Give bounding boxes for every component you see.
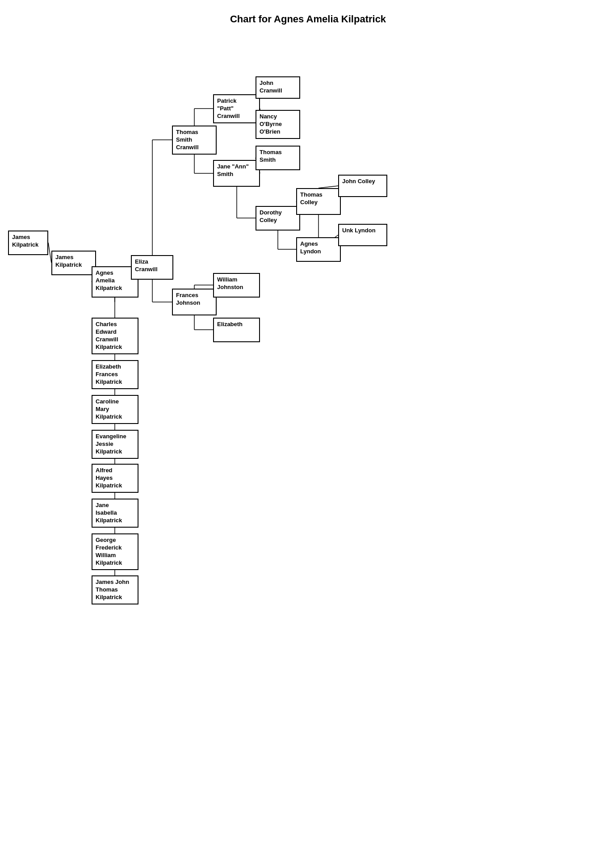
person-box-evangeline_jessie: EvangelineJessieKilpatrick [92, 430, 138, 459]
chart-container: JamesKilpatrickJamesKilpatrickAgnesAmeli… [0, 34, 616, 856]
person-box-charles_edward: CharlesEdwardCranwillKilpatrick [92, 318, 138, 354]
person-box-john_colley: John Colley [338, 175, 387, 197]
person-box-jane_isabella: JaneIsabellaKilpatrick [92, 499, 138, 528]
person-box-george_frederick: GeorgeFrederickWilliamKilpatrick [92, 533, 138, 570]
person-box-elizabeth_frances: ElizabethFrancesKilpatrick [92, 360, 138, 389]
person-box-patrick_cranwill: Patrick"Patt"Cranwill [213, 94, 260, 123]
person-box-elizabeth: Elizabeth [213, 318, 260, 342]
svg-line-0 [48, 243, 51, 263]
person-box-thomas_smith_cranwill: ThomasSmithCranwill [172, 126, 217, 155]
person-box-frances_johnson: FrancesJohnson [172, 289, 217, 315]
person-box-john_cranwill: JohnCranwill [256, 76, 300, 99]
person-box-jane_ann_smith: Jane "Ann"Smith [213, 160, 260, 187]
person-box-agnes_lyndon: AgnesLyndon [296, 237, 341, 262]
person-box-nancy_obyrne: NancyO'ByrneO'Brien [256, 110, 300, 139]
person-box-unk_lyndon: Unk Lyndon [338, 224, 387, 246]
person-box-caroline_mary: CarolineMaryKilpatrick [92, 395, 138, 424]
person-box-dorothy_colley: DorothyColley [256, 206, 300, 231]
person-box-thomas_smith: ThomasSmith [256, 146, 300, 170]
person-box-james_kilpatrick1: JamesKilpatrick [8, 231, 48, 255]
person-box-james_john_thomas: James JohnThomasKilpatrick [92, 575, 138, 604]
page-title: Chart for Agnes Amelia Kilpatrick [0, 0, 616, 34]
person-box-william_johnston: WilliamJohnston [213, 273, 260, 298]
person-box-thomas_colley: ThomasColley [296, 188, 341, 215]
person-box-eliza_cranwill: ElizaCranwill [131, 255, 173, 280]
person-box-james_kilpatrick2: JamesKilpatrick [51, 251, 96, 275]
person-box-alfred_hayes: AlfredHayesKilpatrick [92, 464, 138, 493]
